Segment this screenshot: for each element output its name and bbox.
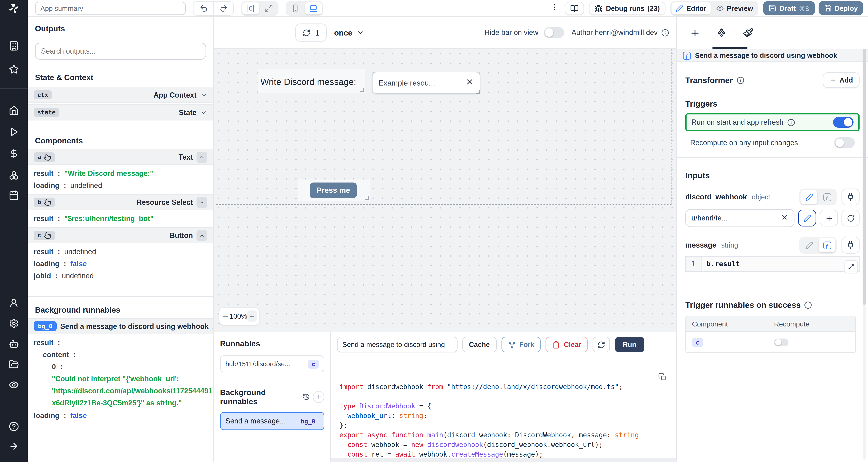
collapse-button[interactable]	[196, 152, 207, 162]
sidebar-item-folders[interactable]	[9, 359, 19, 370]
mobile-view-button[interactable]	[287, 2, 304, 14]
zoom-in-button[interactable]	[247, 310, 257, 322]
connect-input-button[interactable]	[841, 237, 860, 254]
button-component-container[interactable]: Press me	[298, 179, 370, 201]
transformer-title: Transformer	[685, 76, 733, 85]
sidebar-item-schedules[interactable]	[9, 190, 19, 200]
refresh-count-box[interactable]: 1	[296, 24, 327, 41]
refresh-mode-value: once	[334, 28, 352, 37]
expand-sidebar-icon[interactable]	[9, 441, 19, 452]
recompute-toggle[interactable]	[834, 137, 855, 148]
code-editor[interactable]: import discordwebhook from "https://deno…	[331, 357, 676, 462]
press-me-button[interactable]: Press me	[310, 183, 357, 198]
redo-button[interactable]	[213, 2, 233, 15]
runnable-item[interactable]: hub/1511/discord/se... c	[220, 355, 324, 372]
refresh-mode-dropdown[interactable]: once	[334, 28, 364, 37]
background-runnable-row[interactable]: bg_0 Send a message to discord using web…	[28, 318, 213, 334]
clear-resource-icon[interactable]	[781, 213, 788, 221]
draft-button[interactable]: Draft ⌘S	[763, 1, 815, 15]
undo-button[interactable]	[193, 2, 213, 15]
sidebar-item-home[interactable]	[9, 105, 19, 116]
zoom-out-button[interactable]	[222, 312, 229, 320]
info-icon[interactable]	[804, 301, 812, 309]
horizontal-scrollbar[interactable]	[331, 458, 676, 462]
function-icon: ƒ	[683, 52, 691, 59]
windmill-logo[interactable]	[0, 0, 28, 16]
fullscreen-layout-button[interactable]	[260, 2, 277, 14]
inputs-title: Inputs	[685, 171, 860, 180]
resize-handle[interactable]	[365, 196, 369, 200]
output-row-ctx[interactable]: ctx App Context	[28, 87, 213, 103]
sidebar-item-workers[interactable]	[9, 339, 19, 349]
add-resource-button[interactable]	[820, 209, 838, 227]
search-outputs-input[interactable]	[35, 43, 206, 60]
clear-selection-icon[interactable]	[465, 78, 474, 86]
add-background-runnable-button[interactable]	[313, 391, 324, 403]
scrollbar[interactable]	[863, 49, 866, 460]
resource-select-component[interactable]: Example resou...	[372, 72, 480, 94]
sidebar-item-billing[interactable]	[9, 148, 19, 159]
expand-editor-button[interactable]	[844, 260, 858, 273]
text-component[interactable]: Write Discord message:	[258, 69, 365, 93]
static-mode-button[interactable]	[801, 190, 817, 204]
fork-button[interactable]: Fork	[501, 337, 541, 352]
hide-bar-toggle[interactable]	[544, 27, 564, 38]
info-icon[interactable]	[661, 29, 669, 37]
edit-resource-button[interactable]	[798, 209, 816, 227]
tab-editor[interactable]: Editor	[671, 2, 711, 14]
cache-button[interactable]: Cache	[462, 337, 496, 352]
chevron-down-icon[interactable]	[200, 109, 207, 116]
sidebar-item-workspace[interactable]	[9, 41, 19, 51]
outputs-title: Outputs	[35, 24, 206, 33]
refresh-resource-button[interactable]	[841, 209, 860, 227]
resize-handle[interactable]	[476, 90, 480, 94]
copy-code-icon[interactable]	[658, 373, 667, 381]
component-row-b[interactable]: b Resource Select	[28, 194, 213, 210]
chevron-down-icon[interactable]	[200, 91, 207, 99]
debug-runs-button[interactable]: Debug runs (23)	[589, 2, 665, 15]
connect-input-button[interactable]	[841, 189, 860, 205]
add-transformer-button[interactable]: Add	[823, 72, 860, 88]
loading-value: false	[70, 260, 87, 268]
deploy-button[interactable]: Deploy	[818, 1, 863, 15]
sidebar-item-runs[interactable]	[9, 127, 19, 137]
reload-button[interactable]	[593, 337, 610, 352]
sidebar-item-resources[interactable]	[9, 170, 19, 180]
info-icon[interactable]	[736, 76, 744, 84]
app-summary-input[interactable]	[35, 2, 186, 15]
eval-mode-button[interactable]: ƒ	[818, 190, 835, 204]
tab-styling[interactable]	[735, 17, 761, 49]
run-button[interactable]: Run	[615, 337, 644, 352]
clear-button[interactable]: Clear	[546, 337, 588, 352]
output-row-state[interactable]: state State	[28, 104, 213, 121]
collapse-button[interactable]	[196, 197, 207, 208]
tab-component-settings[interactable]	[708, 17, 735, 49]
app-canvas[interactable]: Write Discord message: Example resou... …	[214, 49, 676, 332]
scrollbar-thumb[interactable]	[863, 49, 866, 305]
more-menu-button[interactable]	[551, 3, 559, 13]
component-row-a[interactable]: a Text	[28, 149, 213, 165]
docs-button[interactable]	[565, 2, 584, 15]
desktop-view-button[interactable]	[305, 2, 322, 14]
sidebar-item-favorites[interactable]	[9, 64, 19, 74]
expression-editor[interactable]: 1 b.result	[685, 256, 860, 272]
help-icon[interactable]	[9, 422, 19, 432]
sidebar-item-settings[interactable]	[9, 319, 19, 329]
run-on-start-toggle[interactable]	[833, 117, 854, 128]
sidebar-item-users[interactable]	[9, 298, 19, 308]
static-mode-button[interactable]	[801, 238, 817, 253]
tab-insert-component[interactable]	[682, 17, 708, 49]
eval-mode-button[interactable]: ƒ	[818, 238, 835, 253]
edit-icon[interactable]	[212, 323, 214, 329]
recompute-c-toggle[interactable]	[774, 338, 788, 346]
tab-preview[interactable]: Preview	[712, 2, 757, 14]
center-layout-button[interactable]	[242, 2, 259, 14]
background-runnable-item-selected[interactable]: Send a message... bg_0	[220, 412, 324, 430]
collapse-button[interactable]	[196, 230, 207, 241]
resize-handle[interactable]	[360, 88, 364, 92]
info-icon[interactable]	[787, 119, 795, 126]
script-name-input[interactable]	[337, 337, 458, 352]
resource-picker[interactable]: u/henri/te...	[685, 209, 795, 227]
sidebar-item-audit-logs[interactable]	[9, 380, 19, 390]
component-row-c[interactable]: c Button	[28, 227, 213, 243]
